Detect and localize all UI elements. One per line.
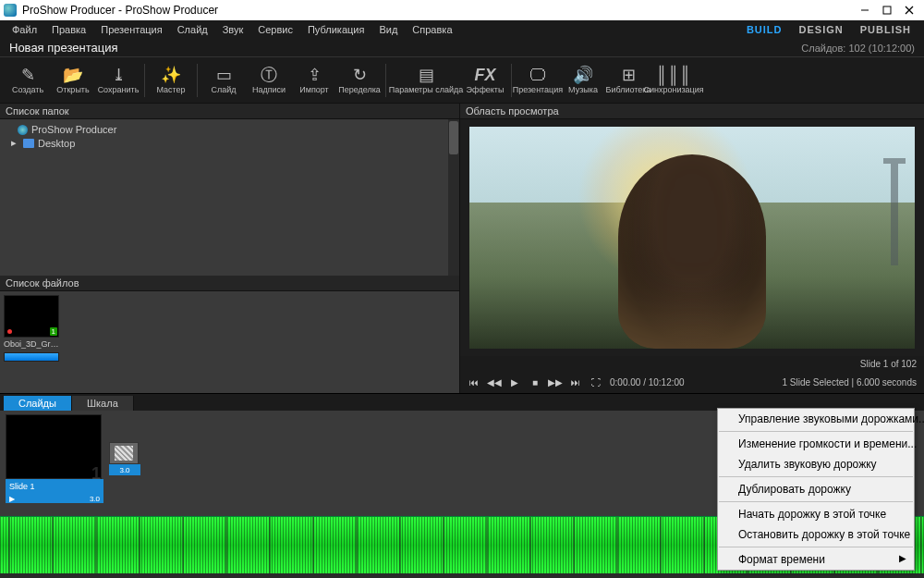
slide-thumbnail[interactable] — [6, 414, 102, 479]
preview-image[interactable] — [469, 127, 915, 349]
tool-create[interactable]: ✎Создать — [6, 59, 50, 102]
file-thumbnail[interactable] — [4, 352, 59, 362]
tool-open[interactable]: 📂Открыть — [51, 59, 95, 102]
menu-edit[interactable]: Правка — [45, 22, 92, 37]
play-icon: ▶ — [9, 495, 15, 503]
play-button[interactable]: ▶ — [508, 375, 521, 388]
menu-sound[interactable]: Звук — [216, 22, 250, 37]
play-first-button[interactable]: ⏮ — [468, 375, 480, 388]
slide-position: Slide 1 of 102 — [860, 359, 917, 369]
menu-bar: Файл Правка Презентация Слайд Звук Серви… — [0, 20, 924, 39]
ctx-stop-here[interactable]: Остановить дорожку в этой точке — [718, 524, 914, 545]
file-badge: 1 — [50, 327, 57, 336]
tool-effects[interactable]: FXЭффекты — [463, 59, 507, 102]
transition-duration[interactable]: 3.0 — [109, 464, 140, 475]
tab-slides[interactable]: Слайды — [4, 396, 72, 411]
window-close-button[interactable] — [898, 0, 920, 20]
toolbar-divider — [197, 64, 198, 97]
tool-save[interactable]: ⤓Сохранить — [96, 59, 140, 102]
timeline-slide[interactable]: Slide 1 1 ▶ 3.0 — [6, 414, 103, 503]
timeline-transition[interactable]: 3.0 — [109, 414, 140, 475]
transition-icon — [115, 446, 133, 461]
window-maximize-button[interactable] — [876, 0, 898, 20]
folder-row-root[interactable]: ProShow Producer — [6, 123, 454, 136]
mode-publish[interactable]: PUBLISH — [853, 22, 918, 37]
svg-line-3 — [906, 6, 913, 14]
remix-icon: ↻ — [353, 67, 367, 83]
tool-caption[interactable]: ⓉНадписи — [247, 59, 291, 102]
tool-presentation[interactable]: 🖵Презентация — [516, 59, 560, 102]
folders-header: Список папок — [0, 104, 459, 119]
mode-build[interactable]: BUILD — [739, 22, 790, 37]
folders-scrollbar[interactable] — [448, 119, 459, 276]
svg-rect-1 — [883, 6, 891, 14]
status-dot-icon — [7, 329, 12, 334]
slide-caption[interactable]: Slide 1 1 — [6, 479, 103, 494]
svg-line-2 — [906, 6, 913, 14]
left-panel: Список папок ProShow Producer ▸ Desktop … — [0, 104, 460, 393]
scrollbar-thumb[interactable] — [449, 121, 458, 154]
tool-wizard[interactable]: ✨Мастер — [149, 59, 193, 102]
tool-import[interactable]: ⇪Импорт — [292, 59, 336, 102]
timecode: 0:00.00 / 10:12:00 — [610, 377, 685, 387]
desktop-icon — [23, 139, 34, 148]
folder-row-desktop[interactable]: ▸ Desktop — [6, 136, 454, 150]
import-icon: ⇪ — [308, 67, 322, 83]
presentation-icon: 🖵 — [529, 67, 546, 83]
play-next-button[interactable]: ▶▶ — [549, 375, 562, 388]
save-icon: ⤓ — [112, 67, 126, 83]
caret-icon[interactable]: ▸ — [11, 137, 19, 149]
playback-bar: ⏮ ◀◀ ▶ ■ ▶▶ ⏭ ⛶ 0:00.00 / 10:12:00 1 Sli… — [460, 371, 924, 393]
tool-sync[interactable]: ║║║Синхронизация — [651, 59, 696, 102]
mode-design[interactable]: DESIGN — [792, 22, 851, 37]
tool-slide[interactable]: ▭Слайд — [201, 59, 246, 102]
tool-library[interactable]: ⊞Библиотека — [606, 59, 650, 102]
ctx-start-here[interactable]: Начать дорожку в этой точке — [718, 504, 914, 524]
fullscreen-button[interactable]: ⛶ — [590, 375, 602, 388]
menu-service[interactable]: Сервис — [251, 22, 299, 37]
ctx-volume-timing[interactable]: Изменение громкости и времени... — [718, 434, 914, 454]
menu-publish[interactable]: Публикация — [301, 22, 371, 37]
context-separator — [719, 431, 913, 432]
slide-duration: 3.0 — [90, 495, 100, 503]
project-name: Новая презентация — [9, 41, 117, 55]
ctx-delete-track[interactable]: Удалить звуковую дорожку — [718, 454, 914, 474]
ctx-time-format[interactable]: Формат времени ▶ — [718, 549, 914, 570]
play-stop-button[interactable]: ■ — [529, 375, 541, 388]
tool-slide-options[interactable]: ▤Параметры слайда — [390, 59, 462, 102]
audio-context-menu: Управление звуковыми дорожками... Измене… — [717, 408, 915, 571]
menu-presentation[interactable]: Презентация — [94, 22, 168, 37]
ctx-duplicate-track[interactable]: Дублировать дорожку — [718, 479, 914, 499]
folder-tree[interactable]: ProShow Producer ▸ Desktop — [0, 119, 459, 276]
library-icon: ⊞ — [622, 67, 636, 83]
play-last-button[interactable]: ⏭ — [569, 375, 582, 388]
file-list[interactable]: 1 Oboi_3D_Grafi... — [0, 291, 459, 393]
tab-scale[interactable]: Шкала — [72, 396, 134, 411]
window-minimize-button[interactable] — [854, 0, 876, 20]
play-prev-button[interactable]: ◀◀ — [488, 375, 501, 388]
toolbar-divider — [144, 64, 145, 97]
menu-view[interactable]: Вид — [372, 22, 404, 37]
toolbar-divider — [385, 64, 386, 97]
caption-icon: Ⓣ — [261, 67, 277, 83]
toolbar: ✎Создать 📂Открыть ⤓Сохранить ✨Мастер ▭Сл… — [0, 57, 924, 104]
info-row: Новая презентация Слайдов: 102 (10:12:00… — [0, 39, 924, 57]
files-header: Список файлов — [0, 276, 459, 291]
menu-slide[interactable]: Слайд — [171, 22, 214, 37]
tool-remix[interactable]: ↻Переделка — [337, 59, 382, 102]
open-icon: 📂 — [63, 67, 83, 83]
menu-file[interactable]: Файл — [6, 22, 43, 37]
wizard-icon: ✨ — [161, 67, 181, 83]
window-title: ProShow Producer - ProShow Producer — [22, 4, 854, 17]
main-area: Список папок ProShow Producer ▸ Desktop … — [0, 104, 924, 393]
preview-detail — [891, 164, 898, 265]
slide-number: 1 — [91, 464, 101, 484]
ctx-manage-tracks[interactable]: Управление звуковыми дорожками... — [718, 409, 914, 429]
file-thumbnail[interactable]: 1 — [4, 295, 59, 338]
new-icon: ✎ — [21, 67, 35, 83]
folder-label: ProShow Producer — [31, 124, 116, 135]
slide-play-row[interactable]: ▶ 3.0 — [6, 494, 103, 503]
tool-music[interactable]: 🔊Музыка — [561, 59, 605, 102]
transition-thumbnail[interactable] — [109, 442, 139, 464]
menu-help[interactable]: Справка — [406, 22, 458, 37]
